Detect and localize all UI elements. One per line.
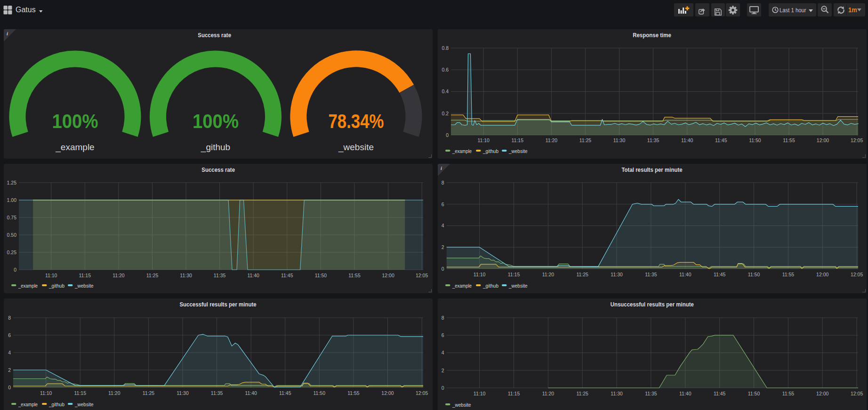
svg-text:12:05: 12:05 [851, 272, 863, 277]
svg-text:11:10: 11:10 [474, 272, 486, 277]
svg-text:11:50: 11:50 [313, 390, 326, 396]
svg-text:11:50: 11:50 [748, 391, 760, 396]
svg-text:0.25: 0.25 [7, 249, 17, 255]
svg-text:0.6: 0.6 [442, 67, 449, 72]
svg-text:12:00: 12:00 [817, 137, 829, 143]
svg-text:78.34%: 78.34% [329, 110, 384, 132]
svg-text:0: 0 [442, 385, 444, 391]
svg-text:_website: _website [508, 148, 527, 154]
svg-text:8: 8 [442, 180, 444, 185]
svg-text:6: 6 [442, 332, 444, 338]
svg-text:2: 2 [8, 367, 11, 373]
svg-text:_example: _example [452, 148, 472, 154]
svg-text:11:15: 11:15 [79, 273, 91, 278]
svg-text:6: 6 [8, 332, 11, 338]
svg-text:11:15: 11:15 [508, 391, 520, 396]
svg-text:12:05: 12:05 [851, 137, 863, 143]
svg-text:11:35: 11:35 [645, 272, 657, 277]
svg-text:11:25: 11:25 [576, 272, 588, 277]
svg-text:11:35: 11:35 [214, 273, 226, 278]
svg-text:11:30: 11:30 [180, 273, 192, 278]
svg-text:100%: 100% [193, 110, 239, 132]
svg-text:11:45: 11:45 [281, 273, 293, 278]
svg-text:4: 4 [442, 350, 444, 355]
svg-text:11:55: 11:55 [782, 391, 795, 396]
svg-text:1.00: 1.00 [7, 197, 17, 203]
svg-text:2: 2 [442, 244, 444, 250]
svg-text:11:10: 11:10 [40, 390, 52, 396]
svg-text:0.4: 0.4 [442, 88, 449, 94]
svg-text:11:50: 11:50 [749, 137, 761, 143]
svg-text:11:35: 11:35 [211, 390, 223, 396]
svg-text:0.8: 0.8 [442, 45, 449, 51]
svg-text:11:15: 11:15 [508, 272, 520, 277]
svg-text:11:50: 11:50 [748, 272, 760, 277]
svg-text:4: 4 [8, 350, 11, 355]
svg-text:11:35: 11:35 [645, 391, 657, 396]
svg-text:11:45: 11:45 [714, 272, 726, 277]
svg-text:12:05: 12:05 [416, 273, 428, 278]
svg-text:11:40: 11:40 [681, 137, 693, 143]
svg-text:11:40: 11:40 [247, 273, 259, 278]
svg-text:11:15: 11:15 [74, 390, 87, 396]
svg-text:_website: _website [508, 283, 527, 289]
svg-text:_github: _github [48, 283, 64, 289]
svg-text:11:20: 11:20 [542, 272, 555, 277]
svg-text:_website: _website [452, 402, 471, 408]
svg-text:11:25: 11:25 [579, 137, 592, 143]
svg-text:6: 6 [442, 201, 444, 207]
svg-text:11:30: 11:30 [611, 391, 623, 396]
svg-text:12:00: 12:00 [381, 390, 394, 396]
svg-text:12:00: 12:00 [816, 391, 828, 396]
svg-text:2: 2 [442, 368, 444, 373]
svg-text:11:55: 11:55 [782, 272, 795, 277]
svg-text:11:55: 11:55 [348, 273, 361, 278]
svg-text:_github: _github [201, 142, 230, 153]
svg-text:11:55: 11:55 [783, 137, 795, 143]
svg-text:8: 8 [8, 315, 11, 321]
svg-text:0: 0 [446, 132, 449, 138]
svg-text:11:45: 11:45 [714, 391, 726, 396]
svg-text:_example: _example [452, 283, 472, 289]
svg-text:_github: _github [482, 148, 498, 154]
svg-text:11:30: 11:30 [611, 272, 623, 277]
svg-text:0.75: 0.75 [7, 215, 17, 220]
svg-text:0.50: 0.50 [7, 232, 17, 238]
svg-text:11:20: 11:20 [542, 391, 555, 396]
svg-text:12:00: 12:00 [816, 272, 828, 277]
svg-text:11:45: 11:45 [279, 390, 291, 396]
svg-text:0: 0 [8, 385, 11, 390]
svg-text:4: 4 [442, 223, 444, 228]
svg-text:11:30: 11:30 [177, 390, 189, 396]
svg-text:11:10: 11:10 [474, 391, 486, 396]
svg-text:11:25: 11:25 [143, 390, 155, 396]
svg-text:_website: _website [338, 142, 374, 153]
svg-text:11:30: 11:30 [613, 137, 626, 143]
svg-text:_example: _example [18, 402, 38, 407]
svg-text:11:35: 11:35 [647, 137, 659, 143]
svg-text:0: 0 [442, 266, 444, 272]
svg-text:11:25: 11:25 [146, 273, 159, 278]
svg-text:_website: _website [74, 402, 93, 407]
svg-text:0: 0 [14, 267, 16, 273]
svg-text:11:20: 11:20 [108, 390, 121, 396]
svg-text:12:05: 12:05 [416, 390, 428, 396]
svg-text:11:25: 11:25 [576, 391, 588, 396]
svg-text:_example: _example [18, 283, 38, 289]
svg-text:_github: _github [48, 402, 64, 407]
svg-text:0.2: 0.2 [442, 111, 449, 116]
svg-text:11:40: 11:40 [679, 391, 691, 396]
svg-text:11:50: 11:50 [315, 273, 327, 278]
svg-text:12:05: 12:05 [851, 391, 863, 396]
svg-text:12:00: 12:00 [382, 273, 394, 278]
svg-text:_github: _github [482, 283, 498, 289]
svg-text:11:55: 11:55 [347, 390, 360, 396]
svg-text:11:40: 11:40 [245, 390, 257, 396]
svg-text:11:45: 11:45 [715, 137, 727, 143]
svg-text:_example: _example [55, 142, 94, 153]
svg-text:_website: _website [74, 283, 93, 289]
svg-text:11:20: 11:20 [113, 273, 125, 278]
svg-text:100%: 100% [52, 110, 98, 132]
svg-text:11:40: 11:40 [679, 272, 691, 277]
svg-text:11:10: 11:10 [45, 273, 57, 278]
